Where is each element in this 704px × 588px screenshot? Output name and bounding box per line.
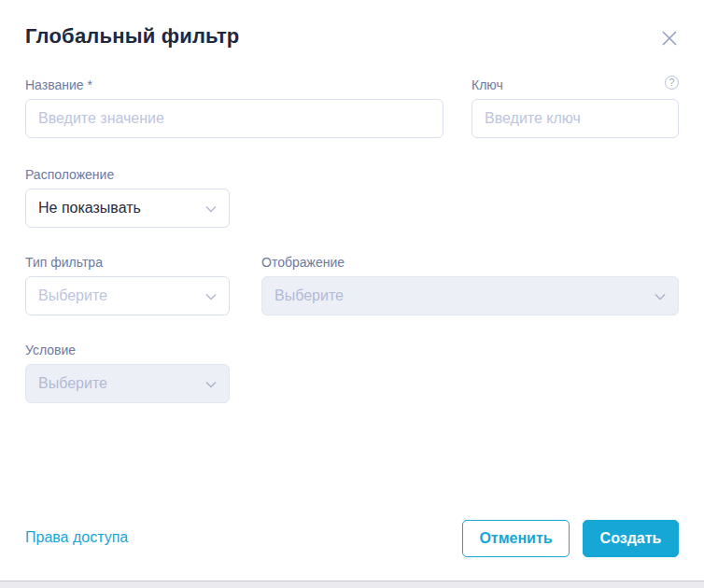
chevron-down-icon: [205, 287, 217, 304]
location-field-label: Расположение: [25, 167, 230, 182]
display-field-label: Отображение: [261, 255, 679, 270]
condition-field-label: Условие: [25, 343, 230, 357]
background-strip: [0, 581, 704, 588]
close-icon[interactable]: [659, 28, 680, 49]
location-field-group: Расположение Не показывать: [25, 167, 230, 228]
chevron-down-icon: [655, 287, 666, 304]
display-field-group: Отображение Выберите: [261, 255, 679, 315]
filter-type-select-placeholder: Выберите: [38, 287, 107, 304]
condition-select-placeholder: Выберите: [38, 375, 107, 392]
filter-type-field-group: Тип фильтра Выберите: [25, 255, 230, 315]
key-field-label: Ключ: [472, 77, 679, 92]
page-title: Глобальный фильтр: [25, 24, 240, 49]
filter-type-field-label: Тип фильтра: [25, 255, 230, 270]
name-field-group: Название *: [25, 77, 444, 138]
name-input[interactable]: [25, 99, 444, 138]
key-field-group: Ключ ?: [472, 77, 679, 138]
location-select[interactable]: Не показывать: [25, 189, 230, 228]
display-select-placeholder: Выберите: [275, 287, 344, 304]
cancel-button[interactable]: Отменить: [462, 520, 570, 557]
display-select: Выберите: [261, 276, 679, 315]
condition-field-group: Условие Выберите: [25, 343, 230, 403]
filter-type-select[interactable]: Выберите: [25, 276, 230, 315]
key-input[interactable]: [472, 99, 679, 138]
condition-select: Выберите: [25, 364, 230, 403]
global-filter-modal: Глобальный фильтр Название * Ключ ? Расп…: [0, 0, 704, 588]
name-field-label: Название *: [25, 77, 444, 92]
chevron-down-icon: [205, 200, 217, 217]
create-button[interactable]: Создать: [583, 520, 679, 557]
location-select-value: Не показывать: [38, 200, 141, 217]
access-rights-link[interactable]: Права доступа: [25, 529, 128, 546]
chevron-down-icon: [205, 375, 217, 392]
help-icon[interactable]: ?: [665, 76, 679, 90]
